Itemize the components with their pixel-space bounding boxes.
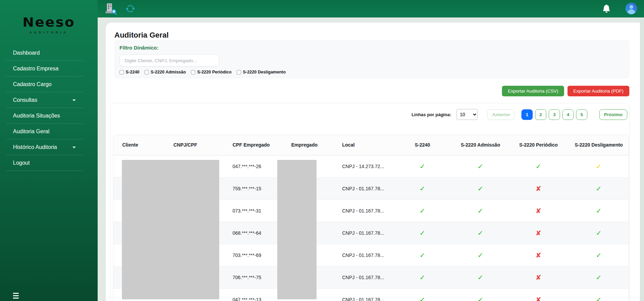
column-header-s-2220-desligamento: S-2220 Desligamento — [568, 135, 629, 155]
status-x-red-icon: ✘ — [536, 251, 542, 259]
cell-local: CNPJ - 01.167.78... — [342, 177, 393, 200]
pagination-page-2[interactable]: 2 — [535, 109, 546, 120]
filter-checkbox-s-2220-periodico[interactable]: S-2220 Periódico — [191, 70, 232, 74]
sidebar-item-label: Cadastro Empresa — [13, 66, 58, 72]
cell-local: CNPJ - 01.167.78... — [342, 200, 393, 222]
pagination-page-5[interactable]: 5 — [576, 109, 587, 120]
status-check-green-icon: ✓ — [478, 229, 484, 237]
cell-cpf_empregado: 047.***.***-13 — [224, 288, 282, 301]
sidebar-item-auditoria-situacoes[interactable]: Auditoria Situações — [0, 108, 98, 123]
sidebar-item-label: Consultas — [13, 97, 37, 103]
filter-search-input[interactable] — [120, 54, 219, 67]
status-x-red-icon: ✘ — [536, 274, 542, 281]
status-check-yellow-icon: ✓ — [596, 163, 602, 170]
status-check-green-icon: ✓ — [478, 296, 484, 301]
notifications-bell-icon[interactable] — [602, 4, 611, 13]
filter-checkbox-s-2240[interactable]: S-2240 — [120, 70, 139, 74]
status-check-green-icon: ✓ — [478, 185, 484, 192]
cell-local: CNPJ - 01.167.78... — [342, 244, 393, 266]
chevron-down-icon — [72, 147, 76, 148]
user-avatar[interactable] — [626, 3, 637, 14]
cell-local: CNPJ - 14.273.72... — [342, 155, 393, 177]
rows-per-page-label: Linhas por página: — [411, 112, 451, 117]
sidebar-item-dashboard[interactable]: Dashboard — [0, 45, 98, 60]
sidebar-item-logout[interactable]: Logout — [0, 155, 98, 170]
status-check-green-icon: ✓ — [420, 163, 425, 170]
pagination-next-button[interactable]: Próximo — [599, 109, 627, 120]
pagination-page-1-active[interactable]: 1 — [521, 109, 533, 120]
hamburger-icon[interactable] — [13, 293, 19, 299]
cell-cpf_empregado: 703.***.***-69 — [224, 244, 282, 266]
sidebar-item-label: Cadastro Cargo — [13, 81, 52, 87]
status-check-green-icon: ✓ — [596, 251, 602, 259]
sidebar-item-cadastro-cargo[interactable]: Cadastro Cargo — [0, 77, 98, 92]
status-check-green-icon: ✓ — [596, 296, 602, 301]
checkbox-input[interactable] — [120, 70, 124, 74]
redaction-block-empregado — [277, 160, 317, 299]
status-check-green-icon: ✓ — [420, 251, 425, 259]
sidebar-item-label: Dashboard — [13, 50, 40, 56]
status-x-red-icon: ✘ — [536, 207, 542, 215]
company-search-icon[interactable] — [105, 3, 117, 14]
export-csv-button[interactable]: Exportar Auditoria (CSV) — [502, 86, 564, 96]
cell-cpf_empregado: 073.***.***-31 — [224, 200, 282, 222]
sidebar-item-label: Logout — [13, 160, 30, 166]
logo-title: Neeso — [23, 15, 75, 29]
status-check-green-icon: ✓ — [596, 229, 602, 237]
filter-checkbox-row: S-2240S-2220 AdmissãoS-2220 PeriódicoS-2… — [120, 70, 624, 74]
column-header-cliente: Cliente — [113, 135, 165, 155]
status-check-green-icon: ✓ — [478, 274, 484, 281]
sidebar-item-auditoria-geral[interactable]: Auditoria Geral — [0, 124, 98, 139]
sidebar-menu: DashboardCadastro EmpresaCadastro CargoC… — [0, 45, 98, 171]
checkbox-label: S-2220 Periódico — [197, 70, 232, 74]
status-check-green-icon: ✓ — [420, 185, 425, 192]
sidebar-item-label: Auditoria Situações — [13, 113, 60, 119]
cell-cpf_empregado: 047.***.***-26 — [224, 155, 282, 177]
column-header-local: Local — [342, 135, 393, 155]
pagination-page-4[interactable]: 4 — [562, 109, 574, 120]
refresh-icon[interactable] — [126, 4, 135, 13]
column-header-s-2220-periodico: S-2220 Periódico — [509, 135, 568, 155]
page-scrollbar[interactable] — [640, 17, 644, 301]
status-check-green-icon: ✓ — [478, 207, 484, 215]
column-header-cnpj-cpf: CNPJ/CPF — [165, 135, 224, 155]
pagination-previous-button[interactable]: Anterior — [487, 109, 515, 120]
column-header-s-2240: S-2240 — [393, 135, 451, 155]
logo-subtitle: AUDITORIA — [30, 31, 68, 34]
checkbox-input[interactable] — [191, 70, 195, 74]
filter-label: Filtro Dinâmico: — [120, 45, 624, 51]
redaction-block-cliente — [122, 160, 219, 299]
checkbox-label: S-2220 Desligamento — [243, 70, 286, 74]
status-x-red-icon: ✘ — [536, 185, 542, 192]
checkbox-label: S-2240 — [126, 70, 139, 74]
export-actions: Exportar Auditoria (CSV) Exportar Audito… — [114, 86, 629, 96]
app-logo: Neeso AUDITORIA — [0, 0, 98, 45]
filter-checkbox-s-2220-admissao[interactable]: S-2220 Admissão — [144, 70, 186, 74]
status-x-red-icon: ✘ — [536, 296, 542, 301]
cell-cpf_empregado: 068.***.***-64 — [224, 222, 282, 244]
status-check-green-icon: ✓ — [420, 229, 425, 237]
sidebar-item-cadastro-empresa[interactable]: Cadastro Empresa — [0, 61, 98, 76]
pagination: Linhas por página: 10 Anterior 12345 Pró… — [113, 109, 627, 120]
page-title: Auditoria Geral — [114, 30, 629, 40]
export-pdf-button[interactable]: Exportar Auditoria (PDF) — [568, 86, 629, 96]
status-check-green-icon: ✓ — [478, 251, 484, 259]
filter-card: Filtro Dinâmico: S-2240S-2220 AdmissãoS-… — [114, 40, 629, 78]
audit-table-card: ClienteCNPJ/CPFCPF EmpregadoEmpregadoLoc… — [113, 135, 629, 301]
status-check-green-icon: ✓ — [536, 163, 542, 170]
checkbox-input[interactable] — [237, 70, 241, 74]
status-check-green-icon: ✓ — [420, 207, 425, 215]
chevron-down-icon — [72, 99, 76, 101]
cell-local: CNPJ - 01.167.78... — [342, 222, 393, 244]
sidebar-item-historico-auditoria[interactable]: Histórico Auditoria — [0, 139, 98, 155]
page-size-select[interactable]: 10 — [457, 109, 478, 120]
checkbox-input[interactable] — [144, 70, 149, 74]
cell-cpf_empregado: 759.***.***-15 — [224, 177, 282, 200]
topbar — [98, 0, 644, 17]
pagination-page-3[interactable]: 3 — [549, 109, 560, 120]
filter-checkbox-s-2220-desligamento[interactable]: S-2220 Desligamento — [237, 70, 286, 74]
sidebar-item-consultas[interactable]: Consultas — [0, 92, 98, 108]
sidebar: Neeso AUDITORIA DashboardCadastro Empres… — [0, 0, 98, 301]
status-check-green-icon: ✓ — [420, 274, 425, 281]
cell-cpf_empregado: 706.***.***-75 — [224, 266, 282, 288]
